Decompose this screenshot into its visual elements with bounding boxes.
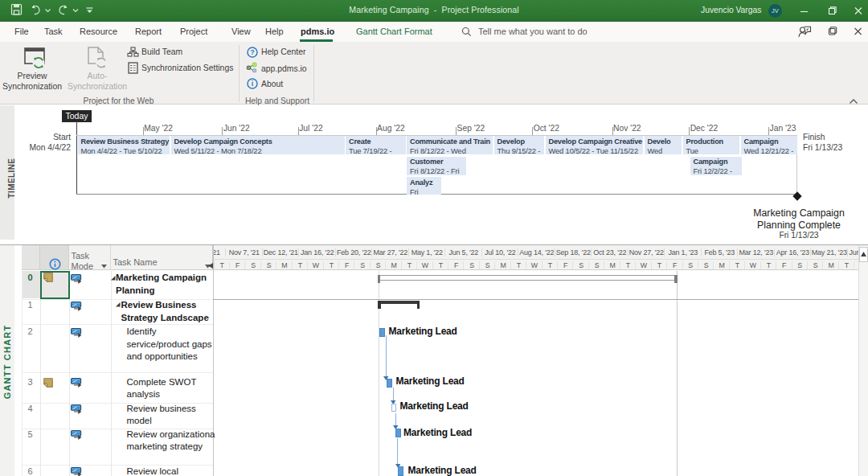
svg-text:?: ? xyxy=(250,48,255,56)
svg-text:i: i xyxy=(252,80,254,88)
